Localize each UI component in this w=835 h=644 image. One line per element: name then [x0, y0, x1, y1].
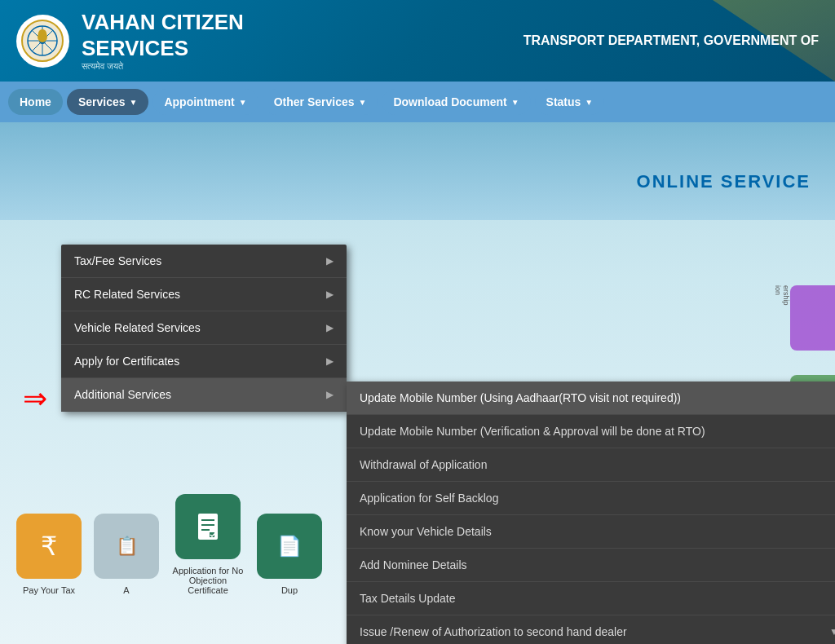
dropdown-item-rc-related[interactable]: RC Related Services ▶: [61, 278, 347, 311]
svg-point-8: [38, 29, 46, 37]
nav-other-services-button[interactable]: Other Services ▼: [263, 89, 378, 115]
no-objection-icon: [175, 494, 241, 559]
main-navbar: Home Services ▼ Appointment ▼ Other Serv…: [0, 82, 835, 122]
service-a[interactable]: 📋 A: [94, 514, 159, 595]
submenu-item-issue-renew[interactable]: Issue /Renew of Authorization to second …: [347, 615, 835, 644]
chevron-down-icon: ▼: [511, 98, 519, 107]
chevron-down-icon: ▼: [359, 98, 367, 107]
dropdown-item-additional-services[interactable]: Additional Services ▶: [61, 378, 347, 412]
site-header: VAHAN CITIZEN SERVICES सत्यमेव जयते TRAN…: [0, 0, 835, 82]
service-a-icon: 📋: [94, 514, 159, 579]
nav-services-button[interactable]: Services ▼: [67, 89, 149, 115]
dropdown-item-vehicle-related[interactable]: Vehicle Related Services ▶: [61, 311, 347, 345]
header-dept-text: TRANSPORT DEPARTMENT, GOVERNMENT OF: [524, 33, 819, 48]
nav-home-button[interactable]: Home: [8, 89, 63, 115]
pay-tax-icon: ₹: [16, 514, 82, 579]
chevron-down-icon: ▼: [239, 98, 247, 107]
dropdown-menu: Tax/Fee Services ▶ RC Related Services ▶…: [61, 245, 347, 412]
chevron-down-icon: ▼: [829, 626, 835, 637]
right-partial-card: [790, 285, 835, 351]
service-cards-row: ₹ Pay Your Tax 📋 A Appli: [16, 494, 322, 595]
submenu-item-update-mobile-rto[interactable]: Update Mobile Number (Verification & App…: [347, 415, 835, 448]
chevron-right-icon: ▶: [326, 289, 334, 300]
submenu-item-update-mobile-aadhaar[interactable]: Update Mobile Number (Using Aadhaar(RTO …: [347, 382, 835, 415]
main-content: ONLINE SERVICE ₹ Pay Your Tax 📋 A: [0, 122, 835, 644]
online-services-heading: ONLINE SERVICE: [637, 171, 811, 192]
submenu-item-tax-details[interactable]: Tax Details Update: [347, 582, 835, 615]
nav-status-button[interactable]: Status ▼: [535, 89, 605, 115]
nav-download-document-button[interactable]: Download Document ▼: [382, 89, 530, 115]
dropdown-item-apply-certificates[interactable]: Apply for Certificates ▶: [61, 345, 347, 378]
chevron-right-icon: ▶: [326, 389, 334, 400]
service-pay-tax[interactable]: ₹ Pay Your Tax: [16, 514, 82, 595]
duplicate-label: Dup: [281, 585, 298, 595]
submenu-item-withdrawal[interactable]: Withdrawal of Application: [347, 448, 835, 482]
services-dropdown: Tax/Fee Services ▶ RC Related Services ▶…: [61, 245, 347, 412]
red-arrow-left-icon: ⇒: [23, 382, 47, 416]
submenu-item-self-backlog[interactable]: Application for Self Backlog: [347, 482, 835, 515]
chevron-down-icon: ▼: [585, 98, 593, 107]
header-title: VAHAN CITIZEN SERVICES सत्यमेव जयते: [82, 10, 244, 71]
submenu-item-know-vehicle[interactable]: Know your Vehicle Details: [347, 515, 835, 549]
svg-rect-9: [198, 514, 218, 540]
dropdown-item-tax-fee[interactable]: Tax/Fee Services ▶: [61, 245, 347, 278]
submenu-item-add-nominee[interactable]: Add Nominee Details: [347, 549, 835, 582]
duplicate-icon: 📄: [257, 514, 322, 579]
service-no-objection[interactable]: Application for No Objection Certificate: [171, 494, 245, 595]
chevron-right-icon: ▶: [326, 355, 334, 367]
service-a-label: A: [123, 585, 129, 595]
site-logo: [16, 15, 69, 68]
right-card-label: ershipion: [774, 285, 790, 306]
chevron-down-icon: ▼: [130, 98, 138, 107]
pay-tax-label: Pay Your Tax: [23, 585, 75, 595]
chevron-right-icon: ▶: [326, 322, 334, 333]
no-objection-label: Application for No Objection Certificate: [171, 566, 245, 595]
chevron-right-icon: ▶: [326, 255, 334, 267]
additional-services-submenu: Update Mobile Number (Using Aadhaar(RTO …: [347, 382, 835, 644]
nav-appointment-button[interactable]: Appointment ▼: [152, 89, 258, 115]
service-duplicate[interactable]: 📄 Dup: [257, 514, 322, 595]
